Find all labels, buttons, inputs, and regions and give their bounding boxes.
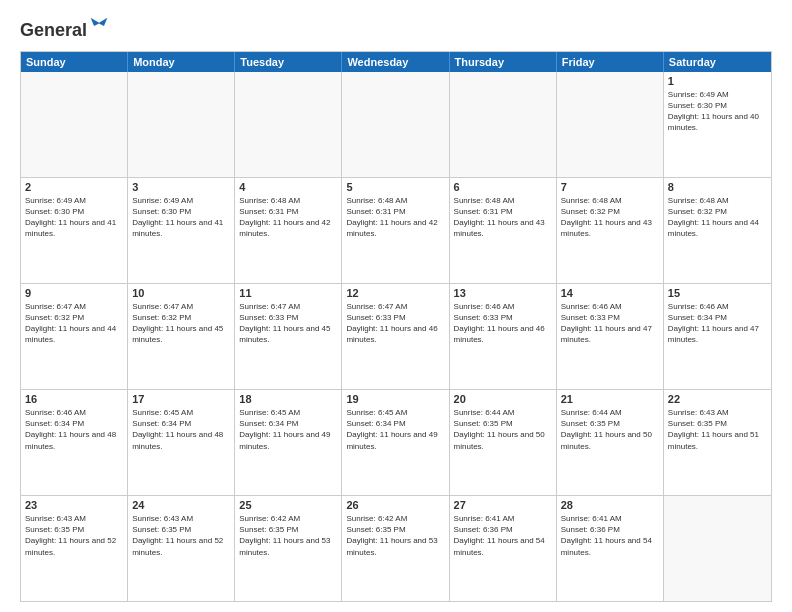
calendar-cell: 22Sunrise: 6:43 AMSunset: 6:35 PMDayligh…	[664, 390, 771, 495]
header-cell-thursday: Thursday	[450, 52, 557, 72]
day-number: 1	[668, 75, 767, 87]
day-number: 5	[346, 181, 444, 193]
day-number: 20	[454, 393, 552, 405]
calendar-header: SundayMondayTuesdayWednesdayThursdayFrid…	[21, 52, 771, 72]
calendar-cell: 28Sunrise: 6:41 AMSunset: 6:36 PMDayligh…	[557, 496, 664, 601]
calendar-row-3: 16Sunrise: 6:46 AMSunset: 6:34 PMDayligh…	[21, 390, 771, 496]
calendar-cell: 13Sunrise: 6:46 AMSunset: 6:33 PMDayligh…	[450, 284, 557, 389]
cell-info: Sunrise: 6:42 AMSunset: 6:35 PMDaylight:…	[346, 513, 444, 558]
calendar-row-2: 9Sunrise: 6:47 AMSunset: 6:32 PMDaylight…	[21, 284, 771, 390]
day-number: 19	[346, 393, 444, 405]
cell-info: Sunrise: 6:45 AMSunset: 6:34 PMDaylight:…	[132, 407, 230, 452]
day-number: 25	[239, 499, 337, 511]
cell-info: Sunrise: 6:45 AMSunset: 6:34 PMDaylight:…	[346, 407, 444, 452]
day-number: 18	[239, 393, 337, 405]
header-cell-saturday: Saturday	[664, 52, 771, 72]
calendar-cell: 12Sunrise: 6:47 AMSunset: 6:33 PMDayligh…	[342, 284, 449, 389]
calendar-cell: 11Sunrise: 6:47 AMSunset: 6:33 PMDayligh…	[235, 284, 342, 389]
calendar-cell: 21Sunrise: 6:44 AMSunset: 6:35 PMDayligh…	[557, 390, 664, 495]
cell-info: Sunrise: 6:46 AMSunset: 6:34 PMDaylight:…	[25, 407, 123, 452]
calendar-cell: 16Sunrise: 6:46 AMSunset: 6:34 PMDayligh…	[21, 390, 128, 495]
header-cell-friday: Friday	[557, 52, 664, 72]
cell-info: Sunrise: 6:46 AMSunset: 6:33 PMDaylight:…	[454, 301, 552, 346]
day-number: 8	[668, 181, 767, 193]
calendar-cell: 6Sunrise: 6:48 AMSunset: 6:31 PMDaylight…	[450, 178, 557, 283]
day-number: 2	[25, 181, 123, 193]
day-number: 16	[25, 393, 123, 405]
calendar-cell: 23Sunrise: 6:43 AMSunset: 6:35 PMDayligh…	[21, 496, 128, 601]
calendar-cell	[557, 72, 664, 177]
calendar-cell: 7Sunrise: 6:48 AMSunset: 6:32 PMDaylight…	[557, 178, 664, 283]
cell-info: Sunrise: 6:41 AMSunset: 6:36 PMDaylight:…	[454, 513, 552, 558]
cell-info: Sunrise: 6:47 AMSunset: 6:32 PMDaylight:…	[25, 301, 123, 346]
cell-info: Sunrise: 6:44 AMSunset: 6:35 PMDaylight:…	[561, 407, 659, 452]
calendar-cell: 1Sunrise: 6:49 AMSunset: 6:30 PMDaylight…	[664, 72, 771, 177]
cell-info: Sunrise: 6:46 AMSunset: 6:33 PMDaylight:…	[561, 301, 659, 346]
header-cell-sunday: Sunday	[21, 52, 128, 72]
calendar-cell: 14Sunrise: 6:46 AMSunset: 6:33 PMDayligh…	[557, 284, 664, 389]
day-number: 15	[668, 287, 767, 299]
calendar-cell	[235, 72, 342, 177]
header-cell-tuesday: Tuesday	[235, 52, 342, 72]
day-number: 11	[239, 287, 337, 299]
logo-text: General	[20, 16, 109, 41]
day-number: 9	[25, 287, 123, 299]
cell-info: Sunrise: 6:49 AMSunset: 6:30 PMDaylight:…	[668, 89, 767, 134]
calendar-cell: 17Sunrise: 6:45 AMSunset: 6:34 PMDayligh…	[128, 390, 235, 495]
day-number: 10	[132, 287, 230, 299]
cell-info: Sunrise: 6:43 AMSunset: 6:35 PMDaylight:…	[25, 513, 123, 558]
calendar-row-4: 23Sunrise: 6:43 AMSunset: 6:35 PMDayligh…	[21, 496, 771, 601]
calendar-cell: 25Sunrise: 6:42 AMSunset: 6:35 PMDayligh…	[235, 496, 342, 601]
calendar: SundayMondayTuesdayWednesdayThursdayFrid…	[20, 51, 772, 602]
cell-info: Sunrise: 6:44 AMSunset: 6:35 PMDaylight:…	[454, 407, 552, 452]
cell-info: Sunrise: 6:48 AMSunset: 6:31 PMDaylight:…	[239, 195, 337, 240]
logo: General	[20, 16, 109, 41]
calendar-cell	[342, 72, 449, 177]
cell-info: Sunrise: 6:48 AMSunset: 6:32 PMDaylight:…	[561, 195, 659, 240]
calendar-cell: 24Sunrise: 6:43 AMSunset: 6:35 PMDayligh…	[128, 496, 235, 601]
cell-info: Sunrise: 6:45 AMSunset: 6:34 PMDaylight:…	[239, 407, 337, 452]
calendar-cell: 26Sunrise: 6:42 AMSunset: 6:35 PMDayligh…	[342, 496, 449, 601]
day-number: 28	[561, 499, 659, 511]
calendar-cell	[450, 72, 557, 177]
calendar-cell: 8Sunrise: 6:48 AMSunset: 6:32 PMDaylight…	[664, 178, 771, 283]
cell-info: Sunrise: 6:41 AMSunset: 6:36 PMDaylight:…	[561, 513, 659, 558]
calendar-row-0: 1Sunrise: 6:49 AMSunset: 6:30 PMDaylight…	[21, 72, 771, 178]
day-number: 12	[346, 287, 444, 299]
cell-info: Sunrise: 6:43 AMSunset: 6:35 PMDaylight:…	[132, 513, 230, 558]
day-number: 22	[668, 393, 767, 405]
cell-info: Sunrise: 6:46 AMSunset: 6:34 PMDaylight:…	[668, 301, 767, 346]
day-number: 6	[454, 181, 552, 193]
header: General	[20, 16, 772, 41]
calendar-cell: 2Sunrise: 6:49 AMSunset: 6:30 PMDaylight…	[21, 178, 128, 283]
cell-info: Sunrise: 6:47 AMSunset: 6:32 PMDaylight:…	[132, 301, 230, 346]
calendar-cell	[664, 496, 771, 601]
cell-info: Sunrise: 6:47 AMSunset: 6:33 PMDaylight:…	[239, 301, 337, 346]
cell-info: Sunrise: 6:49 AMSunset: 6:30 PMDaylight:…	[25, 195, 123, 240]
calendar-cell: 18Sunrise: 6:45 AMSunset: 6:34 PMDayligh…	[235, 390, 342, 495]
day-number: 14	[561, 287, 659, 299]
day-number: 24	[132, 499, 230, 511]
cell-info: Sunrise: 6:47 AMSunset: 6:33 PMDaylight:…	[346, 301, 444, 346]
day-number: 21	[561, 393, 659, 405]
calendar-row-1: 2Sunrise: 6:49 AMSunset: 6:30 PMDaylight…	[21, 178, 771, 284]
day-number: 26	[346, 499, 444, 511]
cell-info: Sunrise: 6:48 AMSunset: 6:31 PMDaylight:…	[346, 195, 444, 240]
day-number: 17	[132, 393, 230, 405]
cell-info: Sunrise: 6:48 AMSunset: 6:31 PMDaylight:…	[454, 195, 552, 240]
day-number: 3	[132, 181, 230, 193]
calendar-body: 1Sunrise: 6:49 AMSunset: 6:30 PMDaylight…	[21, 72, 771, 601]
logo-bird-icon	[89, 16, 109, 36]
header-cell-monday: Monday	[128, 52, 235, 72]
calendar-cell: 5Sunrise: 6:48 AMSunset: 6:31 PMDaylight…	[342, 178, 449, 283]
cell-info: Sunrise: 6:49 AMSunset: 6:30 PMDaylight:…	[132, 195, 230, 240]
cell-info: Sunrise: 6:48 AMSunset: 6:32 PMDaylight:…	[668, 195, 767, 240]
calendar-cell: 3Sunrise: 6:49 AMSunset: 6:30 PMDaylight…	[128, 178, 235, 283]
calendar-cell: 9Sunrise: 6:47 AMSunset: 6:32 PMDaylight…	[21, 284, 128, 389]
calendar-cell: 19Sunrise: 6:45 AMSunset: 6:34 PMDayligh…	[342, 390, 449, 495]
calendar-cell: 15Sunrise: 6:46 AMSunset: 6:34 PMDayligh…	[664, 284, 771, 389]
header-cell-wednesday: Wednesday	[342, 52, 449, 72]
day-number: 13	[454, 287, 552, 299]
calendar-cell: 20Sunrise: 6:44 AMSunset: 6:35 PMDayligh…	[450, 390, 557, 495]
cell-info: Sunrise: 6:42 AMSunset: 6:35 PMDaylight:…	[239, 513, 337, 558]
